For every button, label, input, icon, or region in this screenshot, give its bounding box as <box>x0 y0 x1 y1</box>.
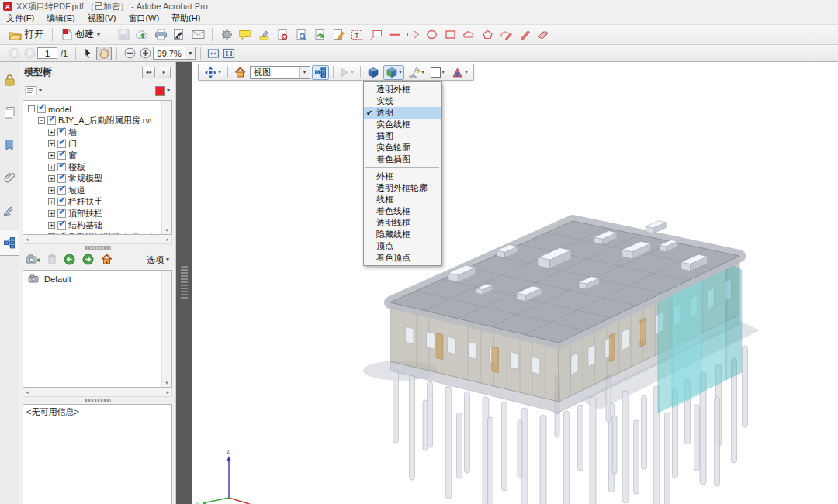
page-number-input[interactable] <box>37 47 57 59</box>
tree-row[interactable]: +✔墙 <box>26 126 170 138</box>
text-box-button[interactable]: T <box>348 27 366 43</box>
render-mode-menu-item[interactable]: 着色插图 <box>364 154 441 165</box>
select-tool-button[interactable] <box>81 47 96 60</box>
menu-item-0[interactable]: 文件(F) <box>0 12 40 24</box>
render-mode-menu-item[interactable]: 着色线框 <box>364 205 441 217</box>
polygon-tool-button[interactable] <box>478 27 497 43</box>
tree-row[interactable]: +✔门 <box>26 138 170 150</box>
next-view-button[interactable] <box>82 254 94 267</box>
zoom-level-combo[interactable]: 99.7% ▼ <box>153 47 196 60</box>
render-mode-menu-item[interactable]: 实线 <box>364 95 441 107</box>
fit-width-button[interactable] <box>206 47 221 60</box>
cloud-tool-button[interactable] <box>459 27 478 43</box>
tree-checkbox[interactable]: ✔ <box>57 163 66 171</box>
render-mode-menu-item[interactable]: ✔透明 <box>364 107 441 119</box>
page-thumbnails-tab[interactable] <box>0 99 19 126</box>
background-color-button[interactable]: ▾ <box>428 65 447 80</box>
gutter-drag-handle[interactable] <box>181 266 188 300</box>
render-mode-menu-item[interactable]: 线框 <box>364 194 441 205</box>
previous-view-button[interactable] <box>64 254 75 267</box>
home-view-button[interactable] <box>101 254 113 266</box>
attachments-tab[interactable] <box>0 164 19 191</box>
lighting-button[interactable]: ▾ <box>406 65 427 80</box>
tree-checkbox[interactable]: ✔ <box>57 186 66 195</box>
render-mode-menu-item[interactable]: 实色轮廓 <box>364 142 441 154</box>
tree-row[interactable]: +✔顶部扶栏 <box>26 208 170 219</box>
tree-checkbox[interactable]: ✔ <box>57 221 66 230</box>
zoom-in-button[interactable] <box>137 47 153 60</box>
tree-row[interactable]: +✔窗 <box>26 150 170 161</box>
fit-page-button[interactable] <box>221 47 237 60</box>
tree-expander[interactable]: + <box>48 233 55 235</box>
signatures-tab[interactable] <box>0 197 19 223</box>
tree-expander[interactable]: - <box>38 117 45 124</box>
model-tree-toggle-button[interactable] <box>312 65 329 80</box>
views-options-button[interactable]: 选项 ▾ <box>147 254 169 266</box>
cross-section-button[interactable]: ▾ <box>448 65 470 80</box>
rotate-tool-button[interactable]: ▾ <box>202 65 223 80</box>
zoom-out-button[interactable] <box>122 47 137 60</box>
menu-item-4[interactable]: 帮助(H) <box>165 12 206 24</box>
menu-item-1[interactable]: 编辑(E) <box>40 12 81 24</box>
email-button[interactable] <box>189 27 207 43</box>
sign-button[interactable] <box>170 27 189 43</box>
tree-checkbox[interactable]: ✔ <box>37 105 46 113</box>
tree-expander[interactable]: - <box>28 105 35 112</box>
review-doc-button[interactable] <box>292 27 310 43</box>
add-view-button[interactable] <box>26 254 40 266</box>
render-mode-menu-item[interactable]: 顶点 <box>364 240 441 252</box>
render-mode-menu-item[interactable]: 实色线框 <box>364 119 441 130</box>
panel-splitter[interactable] <box>19 244 175 250</box>
tree-row[interactable]: +✔栏杆扶手 <box>26 196 170 208</box>
edit-doc-button[interactable] <box>329 27 348 43</box>
menu-item-2[interactable]: 视图(V) <box>81 12 123 24</box>
tree-row[interactable]: +✔楼板 <box>26 161 170 173</box>
tree-expander[interactable]: + <box>48 187 55 194</box>
tree-row[interactable]: -✔BJY_A_后勤附属用房.rvt <box>26 115 170 126</box>
print-button[interactable] <box>151 27 170 43</box>
render-mode-menu-item[interactable]: 透明外框轮廓 <box>364 182 441 194</box>
tree-expander[interactable]: + <box>48 140 55 147</box>
create-button[interactable]: 创建 ▾ <box>57 26 104 43</box>
panel-resize-gutter[interactable] <box>176 62 192 504</box>
views-vertical-scrollbar[interactable]: ▾ <box>161 271 171 387</box>
tree-expander[interactable]: + <box>48 210 55 217</box>
share-cloud-button[interactable] <box>133 27 151 43</box>
tree-row[interactable]: +✔坡道 <box>26 185 170 196</box>
play-animation-button[interactable]: ▾ <box>338 65 356 80</box>
tree-checkbox[interactable]: ✔ <box>57 128 66 136</box>
render-mode-menu-item[interactable]: 透明外框 <box>364 84 441 95</box>
line-tool-button[interactable] <box>385 27 403 43</box>
render-mode-menu-item[interactable]: 插图 <box>364 130 441 142</box>
tree-checkbox[interactable]: ✔ <box>47 116 56 125</box>
bookmarks-tab[interactable] <box>0 132 19 158</box>
3d-viewport[interactable]: ZXY <box>192 62 838 504</box>
attach-file-doc-button[interactable] <box>273 27 292 43</box>
use-perspective-button[interactable] <box>365 65 382 80</box>
open-button[interactable]: 打开 <box>5 26 47 43</box>
render-mode-menu-item[interactable]: 外框 <box>364 171 441 182</box>
tree-checkbox[interactable]: ✔ <box>57 140 66 148</box>
tree-checkbox[interactable]: ✔ <box>57 209 66 218</box>
delete-view-button[interactable] <box>47 254 57 266</box>
tree-expander[interactable]: + <box>48 175 55 182</box>
security-lock-tab[interactable] <box>0 67 19 93</box>
comment-button[interactable] <box>236 27 255 43</box>
tree-row[interactable]: +✔后勤附属用房_结构.rvt <box>26 231 170 235</box>
tree-options-button[interactable]: ▾ <box>25 85 42 96</box>
rectangle-tool-button[interactable] <box>441 27 459 43</box>
callout-button[interactable] <box>366 27 385 43</box>
menu-item-3[interactable]: 窗口(W) <box>122 12 165 24</box>
collapse-panel-button[interactable]: ◂◂ <box>142 67 155 78</box>
tree-checkbox[interactable]: ✔ <box>57 233 66 235</box>
pencil-tool-button[interactable] <box>515 27 534 43</box>
views-horizontal-scrollbar[interactable]: ◂▸ <box>23 388 172 397</box>
ellipse-tool-button[interactable] <box>422 27 441 43</box>
next-page-button[interactable] <box>22 47 37 60</box>
tree-checkbox[interactable]: ✔ <box>57 151 66 160</box>
tree-row[interactable]: +✔常规模型 <box>26 173 170 185</box>
settings-button[interactable] <box>217 27 236 43</box>
eraser-tool-button[interactable] <box>534 27 552 43</box>
render-mode-menu-item[interactable]: 透明线框 <box>364 217 441 229</box>
view-select-combo[interactable]: 视图 ▾ <box>250 66 310 79</box>
